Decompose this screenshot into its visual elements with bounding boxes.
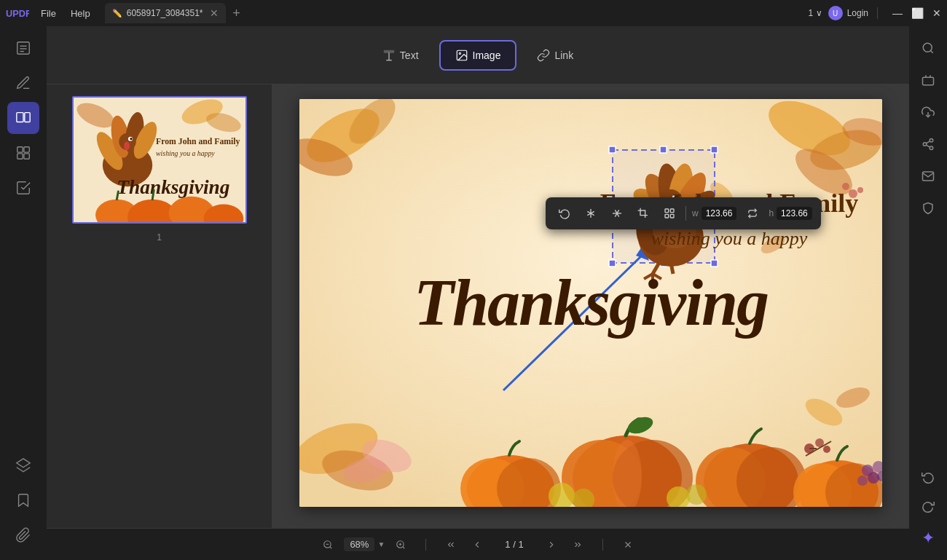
svg-line-22 (926, 141, 930, 143)
svg-rect-77 (609, 260, 616, 267)
svg-marker-11 (17, 459, 30, 468)
page-nav-value: 1 ∨ (809, 8, 822, 18)
svg-line-139 (330, 546, 332, 548)
svg-line-142 (403, 546, 405, 548)
svg-rect-53 (665, 209, 669, 213)
menu-help[interactable]: Help (65, 5, 96, 22)
rotate-ccw-button[interactable] (554, 203, 575, 224)
svg-text:wishing you a happy: wishing you a happy (156, 149, 215, 157)
text-tool-button[interactable]: Text (368, 42, 433, 69)
active-tab[interactable]: ✏️ 6058917_3084351* ✕ (105, 3, 227, 23)
thumbnail-panel: From John and Family wishing you a happy… (47, 84, 272, 528)
image-tool-label: Image (473, 50, 501, 61)
maximize-button[interactable]: ⬜ (911, 7, 924, 19)
first-page-button[interactable] (441, 535, 461, 555)
tab-bar: ✏️ 6058917_3084351* ✕ + (105, 3, 803, 23)
svg-rect-79 (711, 260, 718, 267)
svg-point-19 (923, 143, 927, 146)
share-button[interactable] (915, 131, 941, 157)
right-sidebar: ✦ (909, 26, 947, 560)
svg-line-21 (926, 145, 930, 147)
sidebar-btn-extract[interactable] (7, 172, 39, 204)
tab-label: 6058917_3084351* (127, 8, 203, 18)
user-avatar: U (828, 6, 843, 20)
total-pages: 1 (518, 539, 523, 550)
image-tool-button[interactable]: Image (439, 40, 517, 71)
content-row: From John and Family wishing you a happy… (47, 84, 909, 528)
svg-rect-9 (17, 154, 23, 159)
flip-h-button[interactable] (581, 203, 601, 224)
zoom-out-button[interactable] (318, 535, 338, 555)
zoom-dropdown-icon[interactable]: ▼ (377, 540, 385, 548)
login-button[interactable]: U Login (828, 6, 868, 20)
pdf-page: From John and Family wishing you a happy… (299, 99, 882, 507)
mail-button[interactable] (915, 163, 941, 189)
svg-point-12 (923, 43, 932, 52)
menu-file[interactable]: File (35, 5, 62, 22)
tools-button[interactable] (915, 67, 941, 93)
height-input-group: h 123.66 (769, 207, 812, 220)
close-button[interactable]: ✕ (932, 7, 941, 19)
save-to-cloud-button[interactable] (915, 99, 941, 125)
undo-button[interactable] (915, 464, 941, 490)
page-indicator: 1 / 1 (493, 539, 535, 550)
svg-point-40 (130, 138, 132, 140)
left-sidebar (0, 26, 47, 560)
app-logo: UPDF (6, 6, 29, 20)
svg-rect-10 (24, 154, 29, 159)
sidebar-btn-layers[interactable] (7, 449, 39, 481)
tab-close-button[interactable]: ✕ (210, 7, 219, 19)
sidebar-btn-attachment[interactable] (7, 519, 39, 551)
flip-v-button[interactable] (607, 203, 627, 224)
svg-rect-7 (17, 147, 23, 152)
last-page-button[interactable] (567, 535, 588, 555)
minimize-button[interactable]: — (892, 7, 903, 19)
redo-button[interactable] (915, 493, 941, 519)
width-label: w (692, 208, 699, 218)
bottom-bar: 68% ▼ 1 / 1 (47, 528, 909, 560)
svg-text:Thanksgiving: Thanksgiving (414, 267, 768, 339)
thumbnail-page-number: 1 (157, 232, 162, 242)
protect-button[interactable] (915, 195, 941, 221)
svg-rect-1 (17, 42, 30, 55)
svg-line-13 (930, 50, 932, 52)
top-toolbar: Text Image Link (47, 26, 909, 84)
close-bar-button[interactable] (618, 535, 638, 555)
sidebar-btn-edit[interactable] (7, 102, 39, 134)
ai-button[interactable]: ✦ (915, 525, 941, 551)
search-button[interactable] (915, 35, 941, 61)
page-nav[interactable]: 1 ∨ (809, 8, 822, 18)
window-controls: — ⬜ ✕ (892, 7, 941, 19)
sidebar-bottom (7, 449, 39, 560)
link-tool-label: Link (554, 50, 573, 61)
link-tool-button[interactable]: Link (522, 42, 588, 69)
crop-button[interactable] (633, 203, 653, 224)
replace-button[interactable] (659, 203, 680, 224)
zoom-value[interactable]: 68% (344, 537, 374, 551)
width-value[interactable]: 123.66 (702, 207, 737, 220)
sidebar-btn-reader[interactable] (7, 32, 39, 64)
height-value[interactable]: 123.66 (777, 207, 812, 220)
text-tool-label: Text (400, 50, 419, 61)
svg-point-18 (930, 139, 933, 143)
lock-ratio-button[interactable] (742, 203, 763, 224)
zoom-in-button[interactable] (390, 535, 411, 555)
svg-point-20 (930, 146, 933, 150)
width-input-group: w 123.66 (692, 207, 736, 220)
svg-point-130 (823, 446, 830, 453)
sidebar-btn-bookmark[interactable] (7, 484, 39, 516)
svg-text:From John and Family: From John and Family (156, 137, 240, 146)
svg-rect-14 (923, 77, 934, 85)
thumbnail-content: From John and Family wishing you a happy… (74, 98, 245, 222)
undo-redo-group (915, 464, 941, 519)
sidebar-btn-annotate[interactable] (7, 67, 39, 99)
prev-page-button[interactable] (467, 535, 487, 555)
next-page-button[interactable] (541, 535, 562, 555)
svg-point-27 (459, 52, 460, 54)
pdf-area[interactable]: w 123.66 h 123.66 (272, 84, 909, 528)
title-bar: UPDF File Help ✏️ 6058917_3084351* ✕ + 1… (0, 0, 947, 26)
thumbnail-page-1[interactable]: From John and Family wishing you a happy… (72, 96, 247, 242)
menu-bar: File Help (35, 5, 96, 22)
sidebar-btn-organize[interactable] (7, 137, 39, 169)
new-tab-button[interactable]: + (227, 4, 245, 22)
